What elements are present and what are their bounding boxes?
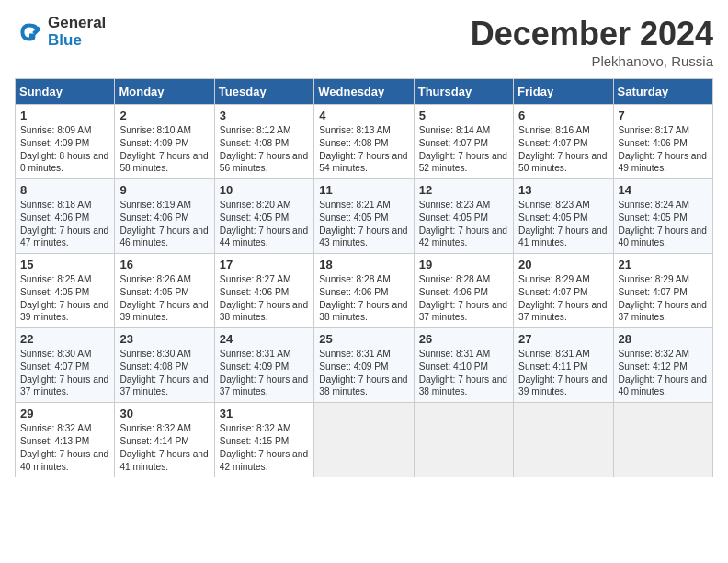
cell-content: Sunrise: 8:28 AMSunset: 4:06 PMDaylight:… xyxy=(319,273,408,324)
calendar-cell xyxy=(613,403,712,477)
day-number: 28 xyxy=(619,332,708,346)
cell-content: Sunrise: 8:30 AMSunset: 4:08 PMDaylight:… xyxy=(119,348,209,398)
calendar-cell: 31Sunrise: 8:32 AMSunset: 4:15 PMDayligh… xyxy=(214,403,313,477)
calendar-cell: 25Sunrise: 8:31 AMSunset: 4:09 PMDayligh… xyxy=(314,328,414,403)
cell-content: Sunrise: 8:32 AMSunset: 4:12 PMDaylight:… xyxy=(619,348,708,398)
page-header: General Blue December 2024 Plekhanovo, R… xyxy=(15,15,713,69)
day-number: 30 xyxy=(119,407,209,420)
calendar-cell: 18Sunrise: 8:28 AMSunset: 4:06 PMDayligh… xyxy=(314,254,414,328)
cell-content: Sunrise: 8:31 AMSunset: 4:11 PMDaylight:… xyxy=(518,348,608,398)
calendar-cell: 26Sunrise: 8:31 AMSunset: 4:10 PMDayligh… xyxy=(414,328,513,403)
calendar-week-row: 29Sunrise: 8:32 AMSunset: 4:13 PMDayligh… xyxy=(16,403,713,477)
day-number: 12 xyxy=(419,183,508,197)
day-number: 4 xyxy=(319,109,408,122)
cell-content: Sunrise: 8:31 AMSunset: 4:09 PMDaylight:… xyxy=(220,348,309,398)
cell-content: Sunrise: 8:10 AMSunset: 4:09 PMDaylight:… xyxy=(119,124,209,175)
cell-content: Sunrise: 8:14 AMSunset: 4:07 PMDaylight:… xyxy=(419,124,508,175)
cell-content: Sunrise: 8:32 AMSunset: 4:15 PMDaylight:… xyxy=(220,422,309,473)
day-number: 9 xyxy=(119,183,209,197)
cell-content: Sunrise: 8:09 AMSunset: 4:09 PMDaylight:… xyxy=(20,124,109,175)
logo-general: General xyxy=(48,15,106,32)
calendar-cell: 1Sunrise: 8:09 AMSunset: 4:09 PMDaylight… xyxy=(16,105,115,179)
cell-content: Sunrise: 8:19 AMSunset: 4:06 PMDaylight:… xyxy=(119,199,209,249)
calendar-cell: 7Sunrise: 8:17 AMSunset: 4:06 PMDaylight… xyxy=(613,105,712,179)
calendar-cell: 20Sunrise: 8:29 AMSunset: 4:07 PMDayligh… xyxy=(514,254,613,328)
calendar-cell: 2Sunrise: 8:10 AMSunset: 4:09 PMDaylight… xyxy=(115,105,214,179)
calendar-cell xyxy=(314,403,414,477)
column-header-sunday: Sunday xyxy=(16,79,115,105)
column-header-tuesday: Tuesday xyxy=(214,79,313,105)
cell-content: Sunrise: 8:29 AMSunset: 4:07 PMDaylight:… xyxy=(619,273,708,324)
day-number: 7 xyxy=(619,109,708,122)
day-number: 5 xyxy=(419,109,508,122)
calendar-cell: 14Sunrise: 8:24 AMSunset: 4:05 PMDayligh… xyxy=(613,179,712,254)
calendar-cell: 16Sunrise: 8:26 AMSunset: 4:05 PMDayligh… xyxy=(115,254,214,328)
cell-content: Sunrise: 8:32 AMSunset: 4:14 PMDaylight:… xyxy=(119,422,209,473)
logo-blue: Blue xyxy=(48,32,106,50)
column-header-monday: Monday xyxy=(115,79,214,105)
cell-content: Sunrise: 8:28 AMSunset: 4:06 PMDaylight:… xyxy=(419,273,508,324)
day-number: 3 xyxy=(220,109,309,122)
cell-content: Sunrise: 8:32 AMSunset: 4:13 PMDaylight:… xyxy=(20,422,109,473)
cell-content: Sunrise: 8:27 AMSunset: 4:06 PMDaylight:… xyxy=(220,273,309,324)
calendar-cell: 13Sunrise: 8:23 AMSunset: 4:05 PMDayligh… xyxy=(514,179,613,254)
calendar-week-row: 15Sunrise: 8:25 AMSunset: 4:05 PMDayligh… xyxy=(16,254,713,328)
calendar-cell: 27Sunrise: 8:31 AMSunset: 4:11 PMDayligh… xyxy=(514,328,613,403)
month-title: December 2024 xyxy=(471,15,713,53)
title-block: December 2024 Plekhanovo, Russia xyxy=(471,15,713,69)
calendar-header-row: SundayMondayTuesdayWednesdayThursdayFrid… xyxy=(16,79,713,105)
day-number: 31 xyxy=(220,407,309,420)
logo: General Blue xyxy=(15,15,106,49)
calendar-cell xyxy=(414,403,513,477)
calendar-cell: 22Sunrise: 8:30 AMSunset: 4:07 PMDayligh… xyxy=(16,328,115,403)
calendar-table: SundayMondayTuesdayWednesdayThursdayFrid… xyxy=(15,78,713,477)
day-number: 29 xyxy=(20,407,109,420)
day-number: 14 xyxy=(619,183,708,197)
calendar-cell: 23Sunrise: 8:30 AMSunset: 4:08 PMDayligh… xyxy=(115,328,214,403)
calendar-cell: 6Sunrise: 8:16 AMSunset: 4:07 PMDaylight… xyxy=(514,105,613,179)
calendar-week-row: 8Sunrise: 8:18 AMSunset: 4:06 PMDaylight… xyxy=(16,179,713,254)
day-number: 20 xyxy=(518,258,608,271)
day-number: 13 xyxy=(518,183,608,197)
calendar-week-row: 22Sunrise: 8:30 AMSunset: 4:07 PMDayligh… xyxy=(16,328,713,403)
cell-content: Sunrise: 8:23 AMSunset: 4:05 PMDaylight:… xyxy=(518,199,608,249)
calendar-cell: 10Sunrise: 8:20 AMSunset: 4:05 PMDayligh… xyxy=(214,179,313,254)
day-number: 11 xyxy=(319,183,408,197)
day-number: 26 xyxy=(419,332,508,346)
calendar-cell: 11Sunrise: 8:21 AMSunset: 4:05 PMDayligh… xyxy=(314,179,414,254)
cell-content: Sunrise: 8:24 AMSunset: 4:05 PMDaylight:… xyxy=(619,199,708,249)
day-number: 2 xyxy=(119,109,209,122)
day-number: 17 xyxy=(220,258,309,271)
day-number: 22 xyxy=(20,332,109,346)
day-number: 19 xyxy=(419,258,508,271)
cell-content: Sunrise: 8:30 AMSunset: 4:07 PMDaylight:… xyxy=(20,348,109,398)
calendar-cell: 8Sunrise: 8:18 AMSunset: 4:06 PMDaylight… xyxy=(16,179,115,254)
calendar-cell: 15Sunrise: 8:25 AMSunset: 4:05 PMDayligh… xyxy=(16,254,115,328)
calendar-cell: 28Sunrise: 8:32 AMSunset: 4:12 PMDayligh… xyxy=(613,328,712,403)
day-number: 27 xyxy=(518,332,608,346)
cell-content: Sunrise: 8:31 AMSunset: 4:10 PMDaylight:… xyxy=(419,348,508,398)
calendar-cell xyxy=(514,403,613,477)
location: Plekhanovo, Russia xyxy=(471,53,713,69)
calendar-cell: 9Sunrise: 8:19 AMSunset: 4:06 PMDaylight… xyxy=(115,179,214,254)
calendar-cell: 19Sunrise: 8:28 AMSunset: 4:06 PMDayligh… xyxy=(414,254,513,328)
calendar-cell: 4Sunrise: 8:13 AMSunset: 4:08 PMDaylight… xyxy=(314,105,414,179)
calendar-cell: 24Sunrise: 8:31 AMSunset: 4:09 PMDayligh… xyxy=(214,328,313,403)
calendar-cell: 30Sunrise: 8:32 AMSunset: 4:14 PMDayligh… xyxy=(115,403,214,477)
cell-content: Sunrise: 8:16 AMSunset: 4:07 PMDaylight:… xyxy=(518,124,608,175)
cell-content: Sunrise: 8:26 AMSunset: 4:05 PMDaylight:… xyxy=(119,273,209,324)
day-number: 10 xyxy=(220,183,309,197)
calendar-week-row: 1Sunrise: 8:09 AMSunset: 4:09 PMDaylight… xyxy=(16,105,713,179)
day-number: 6 xyxy=(518,109,608,122)
day-number: 23 xyxy=(119,332,209,346)
day-number: 18 xyxy=(319,258,408,271)
logo-text: General Blue xyxy=(48,15,106,49)
column-header-saturday: Saturday xyxy=(613,79,712,105)
cell-content: Sunrise: 8:25 AMSunset: 4:05 PMDaylight:… xyxy=(20,273,109,324)
cell-content: Sunrise: 8:20 AMSunset: 4:05 PMDaylight:… xyxy=(220,199,309,249)
cell-content: Sunrise: 8:13 AMSunset: 4:08 PMDaylight:… xyxy=(319,124,408,175)
cell-content: Sunrise: 8:21 AMSunset: 4:05 PMDaylight:… xyxy=(319,199,408,249)
calendar-cell: 21Sunrise: 8:29 AMSunset: 4:07 PMDayligh… xyxy=(613,254,712,328)
calendar-cell: 17Sunrise: 8:27 AMSunset: 4:06 PMDayligh… xyxy=(214,254,313,328)
calendar-cell: 5Sunrise: 8:14 AMSunset: 4:07 PMDaylight… xyxy=(414,105,513,179)
